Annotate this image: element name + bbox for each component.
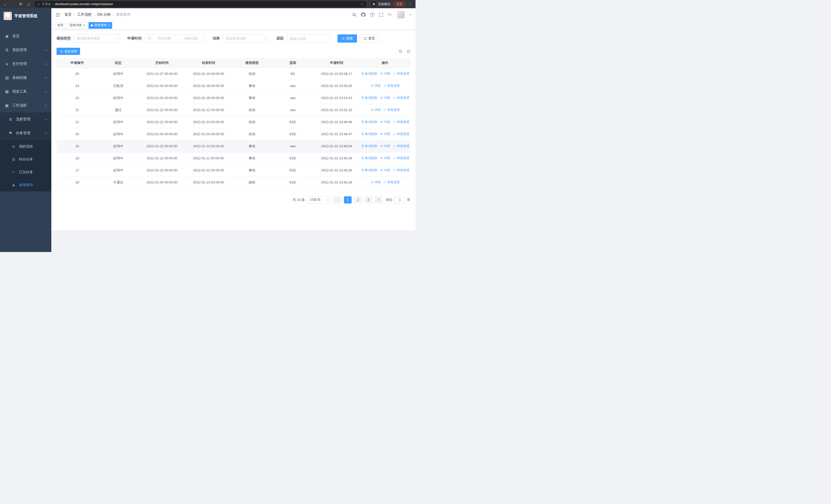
tab-home[interactable]: 首页 [55,22,66,29]
top-navbar: 首页 / 工作流程 / OA 示例 / 请假查询 ? [51,8,416,21]
reason-input[interactable] [287,34,330,42]
browser-menu-icon[interactable]: ⋮ [407,1,413,7]
browser-home-icon[interactable]: ⌂ [25,1,32,7]
font-size-icon[interactable] [388,12,393,17]
goto-page-input[interactable] [394,196,405,204]
page-size-select[interactable]: 10条/页 [308,196,331,204]
leave-type-select[interactable]: 请选择请假类型 [74,34,120,42]
prev-page-button[interactable] [334,196,341,204]
sidebar-item-task-management[interactable]: ⚑ 任务管理 [0,126,51,140]
detail-link[interactable]: 详情 [380,168,390,173]
user-avatar[interactable] [397,11,405,19]
page-button-1[interactable]: 1 [344,196,352,204]
browser-reload-icon[interactable]: ↻ [18,1,24,7]
browser-back-icon[interactable]: ← [2,1,9,7]
approval-progress-link[interactable]: 审批进度 [383,108,400,112]
workflow-icon: ▣ [5,103,9,108]
collapse-sidebar-icon[interactable] [55,12,60,17]
breadcrumb-item[interactable]: 首页 [64,12,71,17]
not-secure-warning-icon: ⚠ [37,3,40,6]
approval-progress-link[interactable]: 审批进度 [393,132,409,136]
table-toolbar: 发起请假 [56,48,410,55]
page-button-2[interactable]: 2 [354,196,362,204]
browser-forward-icon[interactable]: → [10,1,17,7]
breadcrumb-item[interactable]: OA 示例 [97,12,110,17]
detail-link[interactable]: 详情 [380,156,390,160]
address-bar[interactable]: ⚠ 不安全 dashboard.yudao.iocoder.cn/bpm/oa/… [34,1,367,7]
detail-link[interactable]: 详情 [380,96,390,100]
help-icon[interactable]: ? [370,12,374,17]
refresh-table-icon[interactable] [406,50,410,53]
approval-progress-link[interactable]: 审批进度 [383,84,400,88]
approval-progress-link[interactable]: 审批进度 [393,156,409,160]
chevron-down-icon [45,90,47,92]
sidebar-item-my-processes[interactable]: ⊙ 我的流程 [0,140,51,153]
tab-leave-query[interactable]: 请假查询 × [89,22,112,29]
sidebar-item-home[interactable]: ◉ 首页 [0,29,51,43]
approval-progress-link[interactable]: 审批进度 [393,168,409,173]
edit-icon [393,145,396,148]
table-row: 17 处理中 2022-01-22 00:00:00 2022-01-22 00… [56,164,410,176]
cell-reason: EE [272,68,313,80]
eye-icon [380,96,383,99]
approval-progress-link[interactable]: 审批进度 [393,96,409,100]
fullscreen-icon[interactable] [379,12,383,17]
next-page-button[interactable] [375,196,382,204]
cancel-leave-link[interactable]: 取消请假 [361,96,377,100]
update-button[interactable]: 更新 [393,2,406,7]
detail-link[interactable]: 详情 [380,132,390,136]
search-icon[interactable] [352,12,356,17]
detail-link[interactable]: 详情 [371,84,381,88]
link-label: 详情 [374,84,381,88]
cell-end: 2022-01-22 00:00:00 [185,140,232,152]
avatar-dropdown-caret-icon[interactable] [409,14,411,17]
create-leave-button[interactable]: 发起请假 [56,48,80,55]
link-label: 详情 [374,180,381,184]
sidebar-item-process-management[interactable]: ≣ 流程管理 [0,112,51,126]
cell-applied: 2022-01-22 23:43:16 [313,176,360,188]
sidebar-item-infrastructure[interactable]: ▤ 基础设施 [0,71,51,85]
filter-label: 请假类型 [56,36,71,41]
cancel-leave-link[interactable]: 取消请假 [361,144,377,148]
detail-link[interactable]: 详情 [371,180,381,184]
sidebar-item-devtools[interactable]: ▦ 研发工具 [0,85,51,98]
detail-link[interactable]: 详情 [380,120,390,124]
link-label: 详情 [384,120,390,124]
sidebar-item-leave-query[interactable]: ♟ 请假查询 [0,179,51,191]
reset-button[interactable]: 重置 [360,34,379,42]
tab-label: 首页 [57,23,63,27]
incognito-badge: 无痕模式 [371,1,390,7]
page-button-3[interactable]: 3 [365,196,372,204]
tab-close-icon[interactable]: × [108,24,110,27]
cancel-leave-link[interactable]: 取消请假 [361,120,377,124]
cell-start: 2022-01-22 00:00:00 [139,104,185,116]
tab-process-detail[interactable]: 流程详情 × [67,22,87,29]
cancel-leave-link[interactable]: 取消请假 [361,156,377,160]
approval-progress-link[interactable]: 审批进度 [393,144,409,148]
sidebar-item-workflow[interactable]: ▣ 工作流程 [0,98,51,112]
sidebar-item-system-management[interactable]: ⚙ 系统管理 [0,43,51,57]
filter-label: 结果 [213,36,220,41]
sidebar-item-payment-management[interactable]: ¥ 支付管理 [0,57,51,71]
date-range-picker[interactable]: 开始日期 - 结束日期 [145,34,205,42]
bookmark-star-icon[interactable]: ☆ [361,2,364,6]
cell-status: 处理中 [98,152,139,164]
cancel-leave-link[interactable]: 取消请假 [361,168,377,173]
cancel-leave-link[interactable]: 取消请假 [361,132,377,136]
search-button[interactable]: 搜索 [338,34,357,42]
show-search-icon[interactable] [399,50,402,53]
detail-link[interactable]: 详情 [380,71,390,76]
search-icon [342,37,345,40]
breadcrumb-item[interactable]: 工作流程 [77,12,92,17]
detail-link[interactable]: 详情 [380,144,390,148]
tab-close-icon[interactable]: × [83,24,85,27]
github-icon[interactable] [361,12,366,17]
approval-progress-link[interactable]: 审批进度 [393,120,409,124]
approval-progress-link[interactable]: 审批进度 [393,71,409,76]
cancel-leave-link[interactable]: 取消请假 [361,71,377,76]
approval-progress-link[interactable]: 审批进度 [383,180,400,184]
sidebar-item-done-tasks[interactable]: ✓ 已办任务 [0,166,51,179]
result-select[interactable]: 请选择流结果 [223,34,269,42]
sidebar-item-todo-tasks[interactable]: ◎ 待办任务 [0,153,51,166]
detail-link[interactable]: 详情 [371,108,381,112]
